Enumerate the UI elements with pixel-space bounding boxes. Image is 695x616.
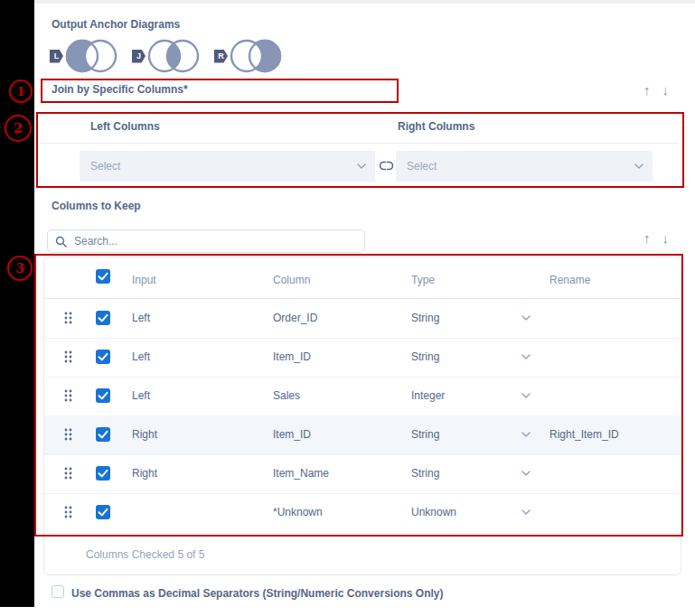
checkmark-icon	[96, 466, 110, 481]
annotation-circle-2: 2	[5, 115, 32, 142]
anchor-tag-j: J	[132, 50, 146, 63]
cell-column: *Unknown	[273, 506, 323, 518]
chevron-down-icon	[634, 163, 643, 169]
table-header-row: Input Column Type Rename	[44, 257, 681, 299]
table-row-reorder-arrows: ↑ ↓	[643, 230, 669, 246]
right-select-value: Select	[407, 160, 437, 173]
drag-handle-icon[interactable]	[64, 506, 72, 518]
cell-type: String	[411, 428, 439, 441]
columns-search-box	[47, 229, 365, 253]
checkmark-icon	[96, 311, 110, 325]
annotation-number: 2	[14, 120, 23, 136]
right-columns-header: Right Columns	[398, 120, 474, 133]
cell-type: String	[411, 350, 439, 363]
row-checkbox[interactable]	[96, 466, 110, 481]
annotation-circle-1: 1	[9, 79, 33, 103]
panel-top-strip	[34, 0, 695, 4]
drag-handle-icon[interactable]	[64, 312, 72, 324]
select-all-checkbox[interactable]	[96, 269, 110, 284]
cell-input: Right	[132, 428, 157, 441]
drag-handle-icon[interactable]	[64, 467, 72, 480]
venn-inner-join-icon	[147, 38, 202, 74]
cell-input: Right	[132, 467, 157, 480]
checkmark-icon	[96, 350, 110, 364]
move-up-button[interactable]: ↑	[643, 230, 651, 246]
table-row[interactable]: Right Item_ID String Right_Item_ID	[44, 415, 681, 455]
right-columns-select[interactable]: Select	[396, 151, 653, 182]
type-dropdown-chevron-icon[interactable]	[521, 315, 531, 321]
venn-right-join-icon	[230, 38, 284, 74]
left-anchor-venn: L	[50, 38, 119, 74]
cell-type: String	[411, 467, 439, 480]
row-checkbox[interactable]	[96, 350, 110, 364]
cell-rename[interactable]: Right_Item_ID	[549, 428, 619, 441]
column-header-type: Type	[411, 274, 435, 286]
table-row[interactable]: Left Sales Integer	[44, 377, 681, 416]
cell-column: Sales	[273, 389, 300, 402]
left-columns-select[interactable]: Select	[80, 151, 375, 182]
join-row-reorder-arrows: ↑ ↓	[643, 82, 669, 98]
checkmark-icon	[96, 505, 110, 519]
table-row[interactable]: Right Item_Name String	[44, 454, 681, 494]
drag-handle-icon[interactable]	[64, 428, 72, 441]
venn-left-join-icon	[65, 38, 119, 74]
row-checkbox[interactable]	[96, 388, 110, 403]
checkmark-icon	[96, 427, 110, 442]
type-dropdown-chevron-icon[interactable]	[521, 471, 531, 476]
cell-input: Left	[132, 389, 150, 402]
checkmark-icon	[96, 388, 110, 403]
table-row[interactable]: *Unknown Unknown	[44, 493, 681, 532]
checkmark-icon	[96, 269, 110, 284]
join-tool-configuration-panel: 1 2 3 Output Anchor Diagrams L J R	[0, 0, 695, 616]
left-select-value: Select	[90, 160, 120, 173]
move-down-button[interactable]: ↓	[662, 230, 670, 246]
column-header-rename: Rename	[549, 274, 590, 286]
join-anchor-venn: J	[132, 38, 202, 74]
row-checkbox[interactable]	[96, 311, 110, 325]
annotation-number: 1	[16, 85, 24, 98]
cell-column: Order_ID	[273, 312, 317, 324]
table-row[interactable]: Left Order_ID String	[44, 299, 681, 339]
cell-type: Unknown	[411, 506, 456, 518]
join-section-divider	[40, 143, 679, 144]
right-anchor-venn: R	[214, 38, 284, 74]
type-dropdown-chevron-icon[interactable]	[521, 393, 531, 398]
search-icon	[55, 236, 67, 247]
table-footer: Columns Checked 5 of 5	[44, 533, 681, 575]
left-columns-header: Left Columns	[90, 120, 160, 133]
row-checkbox[interactable]	[96, 505, 110, 519]
output-anchor-diagrams: L J R	[50, 38, 284, 74]
columns-to-keep-label: Columns to Keep	[52, 200, 141, 212]
join-by-specific-columns-title: Join by Specific Columns*	[52, 83, 188, 96]
row-checkbox[interactable]	[96, 427, 110, 442]
cell-column: Item_Name	[273, 467, 329, 480]
move-up-button[interactable]: ↑	[643, 82, 651, 98]
table-row[interactable]: Left Item_ID String	[44, 338, 681, 378]
decimal-separator-checkbox[interactable]	[52, 585, 64, 598]
cell-type: String	[411, 312, 439, 324]
annotation-circle-3: 3	[7, 256, 33, 281]
anchor-tag-l: L	[50, 50, 63, 63]
cell-column: Item_ID	[273, 350, 311, 363]
column-header-input: Input	[132, 274, 156, 286]
cell-input: Left	[132, 350, 150, 363]
chevron-down-icon	[357, 163, 366, 169]
move-down-button[interactable]: ↓	[662, 82, 670, 98]
column-header-column: Column	[273, 274, 310, 286]
type-dropdown-chevron-icon[interactable]	[521, 354, 531, 359]
link-icon	[379, 160, 394, 172]
cell-type: Integer	[411, 389, 445, 402]
decimal-separator-label: Use Commas as Decimal Separators (String…	[71, 587, 443, 600]
type-dropdown-chevron-icon[interactable]	[521, 509, 531, 515]
type-dropdown-chevron-icon[interactable]	[521, 432, 531, 437]
search-input[interactable]	[72, 234, 347, 248]
cell-column: Item_ID	[273, 428, 311, 441]
columns-checked-status: Columns Checked 5 of 5	[86, 548, 204, 561]
anchor-tag-r: R	[214, 50, 228, 63]
annotation-number: 3	[15, 261, 24, 275]
drag-handle-icon[interactable]	[64, 389, 72, 402]
drag-handle-icon[interactable]	[64, 350, 72, 363]
output-anchor-diagrams-label: Output Anchor Diagrams	[52, 18, 180, 31]
cell-input: Left	[132, 312, 150, 324]
